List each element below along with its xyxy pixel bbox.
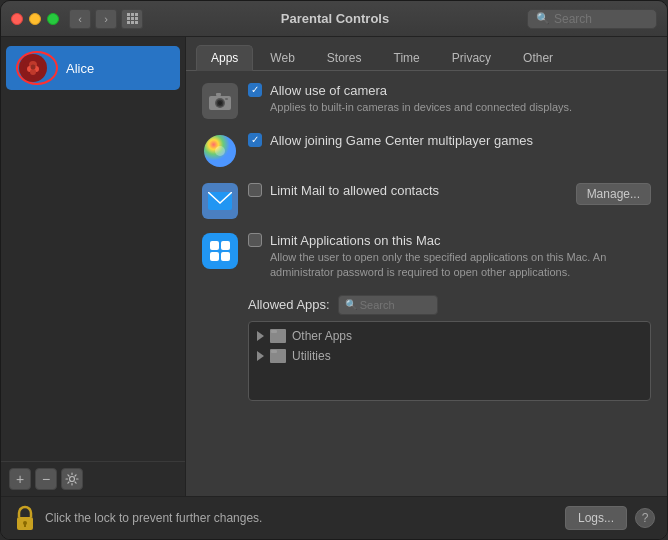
svg-rect-21 (225, 98, 228, 100)
avatar-wrapper (16, 51, 58, 85)
folder-icon (270, 349, 286, 363)
sidebar-bottom: + − (1, 461, 185, 496)
window-title: Parental Controls (143, 11, 527, 26)
svg-rect-27 (210, 241, 219, 250)
window: ‹ › Parental Controls 🔍 (0, 0, 668, 540)
mail-checkbox[interactable] (248, 183, 262, 197)
settings-button[interactable] (61, 468, 83, 490)
camera-checkbox[interactable] (248, 83, 262, 97)
svg-rect-33 (271, 352, 285, 362)
camera-pref-body: Allow use of camera Applies to built-in … (248, 83, 651, 115)
expand-icon (257, 331, 264, 341)
traffic-lights (11, 13, 59, 25)
camera-text-area: Allow use of camera Applies to built-in … (270, 83, 651, 115)
svg-rect-1 (131, 13, 134, 16)
gamecenter-title: Allow joining Game Center multiplayer ga… (270, 133, 651, 148)
manage-button[interactable]: Manage... (576, 183, 651, 205)
search-input[interactable] (554, 12, 648, 26)
gamecenter-checkbox[interactable] (248, 133, 262, 147)
tab-time[interactable]: Time (379, 45, 435, 70)
apps-icon (202, 233, 238, 269)
svg-rect-6 (127, 21, 130, 24)
svg-rect-28 (221, 241, 230, 250)
camera-icon (202, 83, 238, 119)
svg-rect-2 (135, 13, 138, 16)
limitapps-pref-row: Limit Applications on this Mac Allow the… (202, 233, 651, 281)
sidebar: Alice + − (1, 37, 186, 496)
add-user-button[interactable]: + (9, 468, 31, 490)
main-content: Alice + − Apps Web Stores (1, 37, 667, 496)
expand-icon (257, 351, 264, 361)
tab-apps[interactable]: Apps (196, 45, 253, 71)
apps-search-icon: 🔍 (345, 299, 357, 310)
lock-icon[interactable] (13, 505, 37, 531)
avatar (19, 54, 47, 82)
svg-rect-30 (221, 252, 230, 261)
help-button[interactable]: ? (635, 508, 655, 528)
svg-rect-7 (131, 21, 134, 24)
limitapps-desc: Allow the user to open only the specifie… (270, 250, 651, 281)
titlebar: ‹ › Parental Controls 🔍 (1, 1, 667, 37)
allowed-apps-header: Allowed Apps: 🔍 (248, 295, 651, 315)
svg-point-15 (70, 477, 75, 482)
svg-point-25 (215, 146, 225, 156)
mail-pref-body: Limit Mail to allowed contacts Manage... (248, 183, 651, 205)
gamecenter-pref-body: Allow joining Game Center multiplayer ga… (248, 133, 651, 148)
mail-icon (202, 183, 238, 219)
svg-rect-0 (127, 13, 130, 16)
close-button[interactable] (11, 13, 23, 25)
svg-rect-32 (271, 330, 277, 333)
allowed-apps-label: Allowed Apps: (248, 297, 330, 312)
search-bar[interactable]: 🔍 (527, 9, 657, 29)
apps-search-input[interactable] (360, 299, 431, 311)
search-icon: 🔍 (536, 12, 550, 25)
sidebar-user-label: Alice (66, 61, 94, 76)
mail-pref-row: Limit Mail to allowed contacts Manage... (202, 183, 651, 219)
sidebar-item-alice[interactable]: Alice (6, 46, 180, 90)
forward-button[interactable]: › (95, 9, 117, 29)
limitapps-title: Limit Applications on this Mac (270, 233, 651, 248)
gamecenter-icon (202, 133, 238, 169)
tab-other[interactable]: Other (508, 45, 568, 70)
camera-title: Allow use of camera (270, 83, 651, 98)
maximize-button[interactable] (47, 13, 59, 25)
limitapps-checkbox[interactable] (248, 233, 262, 247)
svg-point-13 (30, 69, 36, 75)
lock-text: Click the lock to prevent further change… (45, 511, 557, 525)
remove-user-button[interactable]: − (35, 468, 57, 490)
svg-rect-37 (24, 524, 26, 527)
grid-button[interactable] (121, 9, 143, 29)
allowed-apps-section: Allowed Apps: 🔍 (248, 295, 651, 401)
svg-rect-34 (271, 350, 277, 353)
svg-rect-8 (135, 21, 138, 24)
content-area: Allow use of camera Applies to built-in … (186, 71, 667, 496)
gamecenter-pref-row: Allow joining Game Center multiplayer ga… (202, 133, 651, 169)
svg-point-19 (218, 101, 222, 105)
svg-point-14 (31, 65, 36, 70)
bottom-bar: Click the lock to prevent further change… (1, 496, 667, 539)
camera-desc: Applies to built-in cameras in devices a… (270, 100, 651, 115)
camera-pref-row: Allow use of camera Applies to built-in … (202, 83, 651, 119)
mail-text-area: Limit Mail to allowed contacts (270, 183, 568, 198)
limitapps-pref-body: Limit Applications on this Mac Allow the… (248, 233, 651, 281)
svg-rect-31 (271, 332, 285, 342)
svg-rect-3 (127, 17, 130, 20)
apps-list-item-label: Utilities (292, 349, 331, 363)
tab-privacy[interactable]: Privacy (437, 45, 506, 70)
svg-rect-20 (216, 93, 221, 96)
mail-title: Limit Mail to allowed contacts (270, 183, 568, 198)
list-item[interactable]: Utilities (249, 346, 650, 366)
minimize-button[interactable] (29, 13, 41, 25)
gamecenter-text-area: Allow joining Game Center multiplayer ga… (270, 133, 651, 148)
apps-list: Other Apps Utilities (248, 321, 651, 401)
logs-button[interactable]: Logs... (565, 506, 627, 530)
svg-rect-29 (210, 252, 219, 261)
apps-list-item-label: Other Apps (292, 329, 352, 343)
tab-web[interactable]: Web (255, 45, 309, 70)
list-item[interactable]: Other Apps (249, 326, 650, 346)
tab-stores[interactable]: Stores (312, 45, 377, 70)
nav-buttons: ‹ › (69, 9, 117, 29)
apps-search[interactable]: 🔍 (338, 295, 438, 315)
back-button[interactable]: ‹ (69, 9, 91, 29)
sidebar-list: Alice (1, 37, 185, 461)
